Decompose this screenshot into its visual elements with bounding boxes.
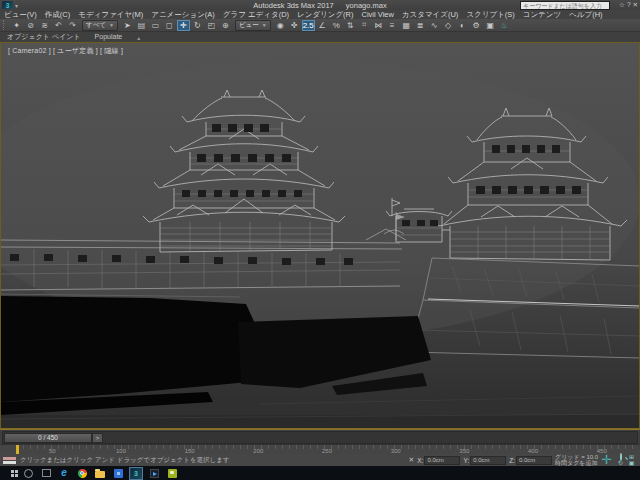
infocenter-icon[interactable]: ? [627,1,631,9]
toolbar-grip[interactable] [3,20,7,30]
undo-icon[interactable]: ↶ [52,20,65,31]
window-crossing-icon[interactable]: ◻ [163,20,176,31]
unlink-selection-icon[interactable]: ⊘ [24,20,37,31]
video-app-button[interactable] [147,467,161,480]
video-app-icon [150,469,159,478]
select-and-manipulate-icon[interactable]: ✜ [288,20,301,31]
task-view-icon [42,469,51,477]
menu-item[interactable]: モディファイヤ(M) [74,10,147,19]
tab-object-paint[interactable]: オブジェクト ペイント [0,32,88,42]
main-toolbar: ✦⊘≋↶↷ すべて▼ ➤▤▭◻✛↻◰⊕ ビュー▼ ◉✜2.5∠%⇅⌗⋈≡▦≣∿◇… [0,19,640,32]
infocenter-icon[interactable]: ✕ [633,1,638,9]
select-object-icon[interactable]: ➤ [121,20,134,31]
time-slider-handle[interactable]: 0 / 450 [4,433,92,443]
next-frame-button[interactable]: > [92,433,103,443]
infocenter-icons: ☆?✕ [619,1,638,9]
reference-coordinate-dropdown[interactable]: ビュー▼ [235,20,271,31]
windows-taskbar: e 3 [0,466,640,480]
redo-icon[interactable]: ↷ [66,20,79,31]
named-selection-sets-icon[interactable]: ⌗ [358,20,371,31]
menu-item[interactable]: ヘルプ(H) [565,10,606,19]
chevron-down-icon[interactable]: ▾ [15,2,18,9]
chrome-browser-button[interactable] [75,467,89,480]
x-coordinate: X: 0.0cm [417,456,460,465]
select-and-place-icon[interactable]: ⊕ [219,20,232,31]
use-pivot-center-icon[interactable]: ◉ [274,20,287,31]
3ds-max-window: 3 ▾ Autodesk 3ds Max 2017 yonago.max ☆?✕… [0,0,640,480]
pan-view-icon[interactable]: ✛ [601,454,612,466]
z-coordinate: Z: 0.0cm [509,456,552,465]
chrome-icon [78,469,87,478]
select-and-move-icon[interactable]: ✛ [177,20,190,31]
quick-access-toolbar[interactable]: 3 ▾ [0,1,18,9]
viewport-3d[interactable]: [ Camera02 ] [ ユーザ定義 ] [ 隠線 ] [0,42,640,429]
search-input[interactable] [520,1,610,10]
menu-item[interactable]: 作成(C) [41,10,74,19]
menu-item[interactable]: Civil View [358,10,398,19]
render-setup-icon[interactable]: ⚙ [470,20,483,31]
curve-editor-icon[interactable]: ∿ [428,20,441,31]
menu-item[interactable]: レンダリング(R) [293,10,357,19]
task-view-button[interactable] [39,467,53,480]
time-slider-track[interactable]: 0 / 450 > [2,431,638,444]
ribbon-minimize-icon[interactable]: ▴ [137,34,140,41]
3ds-max-app-button[interactable]: 3 [129,467,143,480]
layer-manager-icon[interactable]: ≣ [414,20,427,31]
rendered-frame-icon[interactable]: ▣ [484,20,497,31]
selection-filter-dropdown[interactable]: すべて▼ [82,20,118,31]
chevron-down-icon: ▼ [109,22,114,28]
folder-icon [95,471,105,478]
y-coordinate: Y: 0.0cm [463,456,506,465]
snap-toggle-25d-icon[interactable]: 2.5 [302,20,315,31]
3ds-max-icon: 3 [131,468,142,479]
title-bar: 3 ▾ Autodesk 3ds Max 2017 yonago.max ☆?✕ [0,0,640,10]
viewport-label[interactable]: [ Camera02 ] [ ユーザ定義 ] [ 隠線 ] [8,46,123,56]
menu-item[interactable]: アニメーション(A) [147,10,219,19]
select-and-scale-icon[interactable]: ◰ [205,20,218,31]
viewport-navigation-cluster: ⊞↻▣ [615,454,637,466]
select-and-link-icon[interactable]: ✦ [10,20,23,31]
infocenter [520,1,610,10]
app-logo-icon[interactable]: 3 [2,1,13,9]
cortana-search-button[interactable] [21,467,35,480]
line-app-button[interactable] [165,467,179,480]
z-coordinate-field[interactable]: 0.0cm [516,456,552,465]
start-button[interactable] [3,467,17,480]
menu-item[interactable]: ビュー(V) [0,10,41,19]
y-coordinate-field[interactable]: 0.0cm [470,456,506,465]
edge-browser-button[interactable]: e [57,467,71,480]
maxscript-mini-listener[interactable] [3,457,16,464]
menu-item[interactable]: グラフ エディタ(D) [219,10,293,19]
infocenter-icon[interactable]: ☆ [619,1,625,9]
rectangular-selection-icon[interactable]: ▭ [149,20,162,31]
tab-populate[interactable]: Populate [88,32,130,42]
file-name: yonago.max [346,1,387,10]
select-by-name-icon[interactable]: ▤ [135,20,148,31]
render-production-icon[interactable]: ♨ [498,20,511,31]
photos-icon [114,469,123,478]
scene-explorer-icon[interactable]: ▦ [400,20,413,31]
menu-item[interactable]: カスタマイズ(U) [398,10,462,19]
chevron-down-icon: ▼ [262,22,267,28]
menu-item[interactable]: コンテンツ [519,10,565,19]
x-coordinate-field[interactable]: 0.0cm [424,456,460,465]
spinner-snap-icon[interactable]: ⇅ [344,20,357,31]
percent-snap-icon[interactable]: % [330,20,343,31]
photos-app-button[interactable] [111,467,125,480]
status-prompt: クリックまたはクリック アンド ドラッグでオブジェクトを選択します [20,456,230,465]
select-and-rotate-icon[interactable]: ↻ [191,20,204,31]
edge-icon: e [61,468,67,478]
status-bar: クリックまたはクリック アンド ドラッグでオブジェクトを選択します ✕ X: 0… [0,454,640,466]
castle-wireframe-scene [1,43,639,428]
angle-snap-icon[interactable]: ∠ [316,20,329,31]
line-app-icon [168,469,177,478]
bind-to-space-warp-icon[interactable]: ≋ [38,20,51,31]
menu-item[interactable]: スクリプト(S) [462,10,518,19]
file-explorer-button[interactable] [93,467,107,480]
windows-logo-icon [11,470,14,473]
mirror-icon[interactable]: ⋈ [372,20,385,31]
align-icon[interactable]: ≡ [386,20,399,31]
selection-lock-icon[interactable]: ✕ [408,456,414,464]
schematic-view-icon[interactable]: ◇ [442,20,455,31]
material-editor-icon[interactable]: ◐ [456,20,469,31]
